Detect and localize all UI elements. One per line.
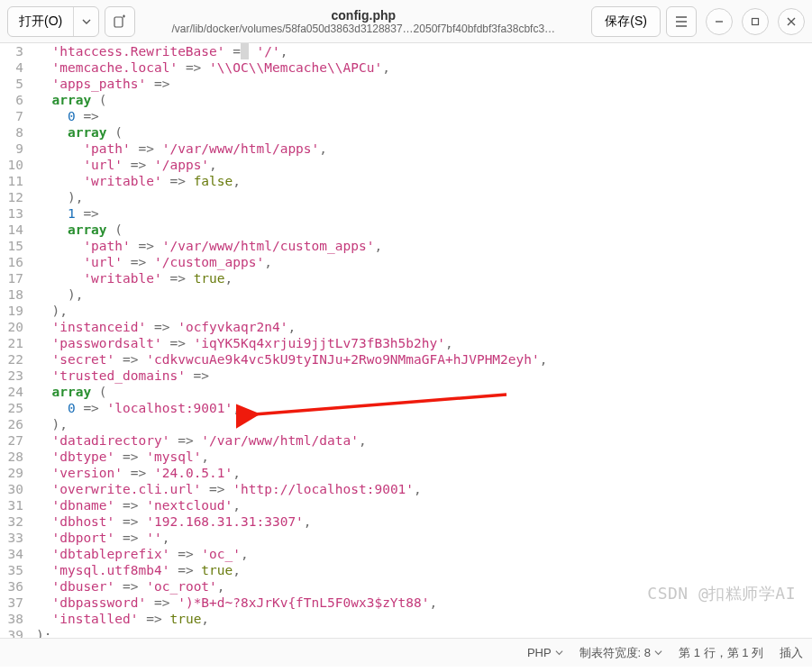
status-tab-width-label: 制表符宽度: 8	[579, 645, 651, 661]
open-button[interactable]: 打开(O)	[8, 7, 73, 36]
chevron-down-icon	[654, 649, 662, 657]
close-icon	[787, 17, 796, 26]
new-tab-button[interactable]	[105, 6, 135, 37]
status-tab-width[interactable]: 制表符宽度: 8	[579, 645, 662, 661]
document-path: /var/lib/docker/volumes/58fa050d3863d312…	[171, 23, 555, 35]
window-minimize-button[interactable]	[706, 8, 733, 35]
status-bar: PHP 制表符宽度: 8 第 1 行，第 1 列 插入	[0, 638, 812, 667]
new-tab-icon	[113, 14, 127, 29]
title-area: config.php /var/lib/docker/volumes/58fa0…	[141, 8, 586, 35]
code-editor[interactable]: 3456789101112131415161718192021222324252…	[0, 43, 812, 638]
code-content[interactable]: 'htaccess.RewriteBase' = '/', 'memcache.…	[36, 43, 812, 638]
document-title: config.php	[332, 8, 397, 23]
chevron-down-icon	[555, 649, 563, 657]
hamburger-menu-button[interactable]	[666, 6, 697, 37]
hamburger-icon	[675, 16, 688, 27]
maximize-icon	[751, 17, 760, 26]
chevron-down-icon	[82, 17, 91, 26]
open-button-group: 打开(O)	[7, 6, 99, 37]
open-dropdown[interactable]	[73, 7, 98, 36]
status-language[interactable]: PHP	[527, 646, 563, 659]
window-maximize-button[interactable]	[742, 8, 769, 35]
status-cursor-position[interactable]: 第 1 行，第 1 列	[679, 645, 763, 661]
save-button[interactable]: 保存(S)	[591, 6, 661, 37]
status-insert-mode[interactable]: 插入	[780, 645, 803, 661]
minimize-icon	[715, 17, 724, 26]
svg-rect-0	[114, 17, 123, 27]
status-language-label: PHP	[527, 646, 552, 659]
titlebar: 打开(O) config.php /var/lib/docker/volumes…	[0, 0, 812, 43]
line-number-gutter: 3456789101112131415161718192021222324252…	[0, 43, 29, 638]
window-close-button[interactable]	[778, 8, 805, 35]
svg-rect-1	[753, 18, 759, 24]
